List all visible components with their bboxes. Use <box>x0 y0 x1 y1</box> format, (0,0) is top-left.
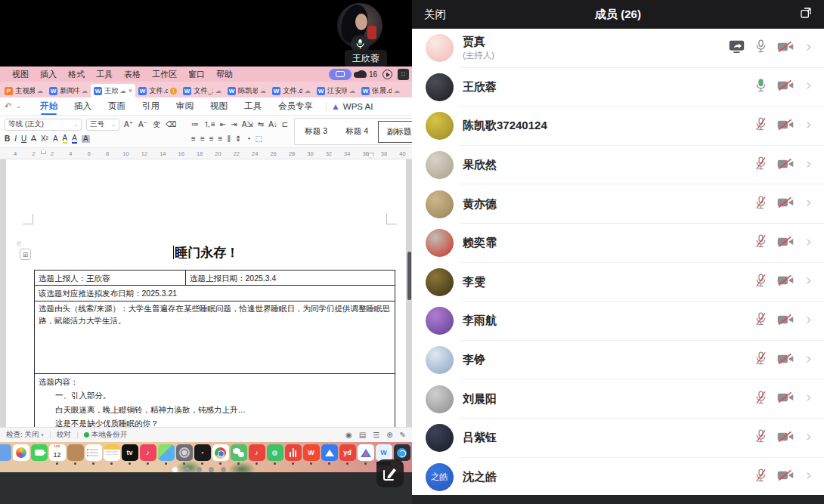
mic-muted-icon[interactable] <box>754 429 767 447</box>
chevron-right-icon[interactable] <box>804 42 813 55</box>
dock-ximalaya[interactable] <box>284 444 302 467</box>
local-backup-status[interactable]: 本地备份开 <box>84 430 128 440</box>
chevron-right-icon[interactable] <box>804 314 813 328</box>
chevron-right-icon[interactable] <box>804 197 813 211</box>
member-row[interactable]: 李雨航 <box>412 301 824 341</box>
dock-green-app[interactable]: ◍ <box>266 444 283 467</box>
member-row[interactable]: 贾真(主持人) <box>412 29 824 68</box>
menu-item[interactable]: 工作区 <box>152 69 177 80</box>
annotation-pen-button[interactable] <box>376 459 404 487</box>
menu-item[interactable]: 视图 <box>12 69 29 80</box>
mic-on-icon[interactable] <box>754 39 767 57</box>
doc-tab[interactable]: W王欣蓉☁× <box>91 84 135 97</box>
ribbon-tab[interactable]: 工具 <box>236 97 270 115</box>
ribbon-tab[interactable]: 开始 <box>32 97 66 115</box>
menu-item[interactable]: 插入 <box>40 69 57 80</box>
align-center-button[interactable]: ≡ <box>200 135 205 143</box>
camera-off-icon[interactable] <box>777 431 794 446</box>
doc-tab[interactable]: W张晨.d☁ <box>358 84 403 97</box>
chevron-right-icon[interactable] <box>804 431 813 445</box>
bold-button[interactable]: B <box>5 135 10 143</box>
mic-muted-icon[interactable] <box>754 234 767 252</box>
record-icon[interactable] <box>383 70 392 79</box>
number-list-button[interactable]: ⒈≡ <box>203 121 215 128</box>
style-item[interactable]: 标题 4 <box>337 121 376 143</box>
doc-tab[interactable]: W陈凯歌☁ <box>225 84 269 97</box>
close-tab-icon[interactable]: × <box>129 87 132 94</box>
camera-off-icon[interactable] <box>777 236 794 251</box>
shading-button[interactable]: ◔ <box>246 135 250 143</box>
proofread-button[interactable]: 校对 <box>57 430 71 440</box>
dock-netease-music[interactable]: ♪ <box>248 444 265 467</box>
camera-off-icon[interactable] <box>777 274 794 289</box>
ribbon-tab[interactable]: 引用 <box>134 97 168 115</box>
mic-active-icon[interactable] <box>754 79 767 96</box>
table-cell[interactable]: 该选题对应推送拟发布日期：2025.3.21 <box>35 286 395 301</box>
underline-button[interactable]: U <box>21 135 26 143</box>
member-row[interactable]: 黄亦德 <box>412 184 824 224</box>
char-scale-button[interactable]: A⇲ <box>242 121 253 128</box>
ribbon-tab[interactable]: 审阅 <box>168 97 202 115</box>
indent-increase-button[interactable]: ⇥ <box>231 121 237 128</box>
decrease-font-button[interactable]: A⁻ <box>138 121 147 128</box>
table-cell[interactable]: 选题上报日期：2025.3.4 <box>186 271 395 286</box>
char-outline-button[interactable]: A <box>53 135 58 143</box>
chevron-right-icon[interactable] <box>804 354 813 367</box>
chevron-right-icon[interactable] <box>804 159 813 172</box>
justify-button[interactable]: ≡ <box>218 135 223 143</box>
font-name-select[interactable]: 等线 (正文) ⌄ <box>5 119 82 131</box>
table-cell[interactable]: 选题由头（线索/来源）：大学生普遍存在某些睡眠问题，恰逢世界睡眠日，为同学们提供… <box>35 301 395 373</box>
table-select-icon[interactable]: ⊞ <box>20 249 31 260</box>
undo-dropdown-icon[interactable]: ⌄ <box>16 103 21 110</box>
mic-muted-icon[interactable] <box>754 351 767 369</box>
show-marks-button[interactable]: ⊏ <box>282 121 288 128</box>
dock-youdao[interactable]: yd <box>339 444 356 467</box>
text-direction-button[interactable]: ⇋ <box>258 121 264 128</box>
font-color-button[interactable]: A <box>72 135 77 144</box>
wps-ai-tab[interactable]: ▲ WPS AI <box>331 101 373 112</box>
italic-button[interactable]: I <box>14 135 17 143</box>
web-view-icon[interactable]: ⊕ <box>386 431 392 439</box>
char-shading-button[interactable]: A <box>82 135 90 143</box>
member-row[interactable]: 赖奕霏 <box>412 224 824 263</box>
menu-item[interactable]: 帮助 <box>216 69 233 80</box>
superscript-button[interactable]: X² <box>41 135 48 143</box>
document-page[interactable]: 睡门永存！ ⠿ ⊞ 选题上报人：王欣蓉 选题上报日期：2025.3.4 该选题对… <box>6 159 406 427</box>
dock-wps[interactable]: W <box>302 444 320 467</box>
phonetic-guide-button[interactable]: 变 <box>153 121 160 128</box>
style-item[interactable]: 标题 3 <box>296 121 336 143</box>
style-item[interactable]: 副标题 <box>378 121 412 143</box>
dock-wechat[interactable] <box>230 444 247 467</box>
mic-muted-icon[interactable] <box>754 312 767 329</box>
dock-calendar[interactable]: 12月12 <box>48 444 66 467</box>
outline-view-icon[interactable]: ☰ <box>373 431 379 439</box>
spellcheck-status[interactable]: 检查: 关闭▾ <box>6 430 44 440</box>
table-drag-handle[interactable]: ⠿ <box>17 241 22 248</box>
camera-off-icon[interactable] <box>777 158 794 173</box>
ribbon-tab[interactable]: 会员专享 <box>270 97 321 115</box>
input-method-icon[interactable]: ∷ <box>398 69 409 80</box>
doc-tab[interactable]: W文件.d☁ <box>269 84 314 97</box>
mic-muted-icon[interactable] <box>754 117 767 135</box>
camera-off-icon[interactable] <box>777 314 794 329</box>
vertical-scrollbar[interactable] <box>407 252 411 300</box>
dock-contacts[interactable] <box>67 444 84 467</box>
dock-facetime[interactable] <box>30 444 48 467</box>
menu-item[interactable]: 格式 <box>68 69 85 80</box>
doc-tab[interactable]: W江安琪☁ <box>314 84 358 97</box>
member-row[interactable]: 李铮 <box>412 341 824 380</box>
pen-icon[interactable]: ✎ <box>400 431 406 439</box>
dock-dark-app[interactable]: ▪ <box>194 444 211 467</box>
doc-tab[interactable]: P主视频☁ <box>2 84 46 97</box>
sort-button[interactable]: A↓ <box>268 121 277 128</box>
font-size-select[interactable]: 三号 ⌄ <box>86 119 119 131</box>
mic-muted-icon[interactable] <box>754 196 767 213</box>
indent-marker-right[interactable] <box>368 153 373 158</box>
dock-docs-app[interactable] <box>357 444 374 467</box>
border-button[interactable]: ⬚ <box>255 135 262 143</box>
dock-chrome[interactable] <box>212 444 229 467</box>
member-row[interactable]: 之皓沈之皓 <box>412 458 824 495</box>
chevron-right-icon[interactable] <box>804 392 813 406</box>
member-row[interactable]: 吕紫钰 <box>412 419 824 458</box>
distribute-button[interactable]: ⫼ <box>227 135 231 143</box>
